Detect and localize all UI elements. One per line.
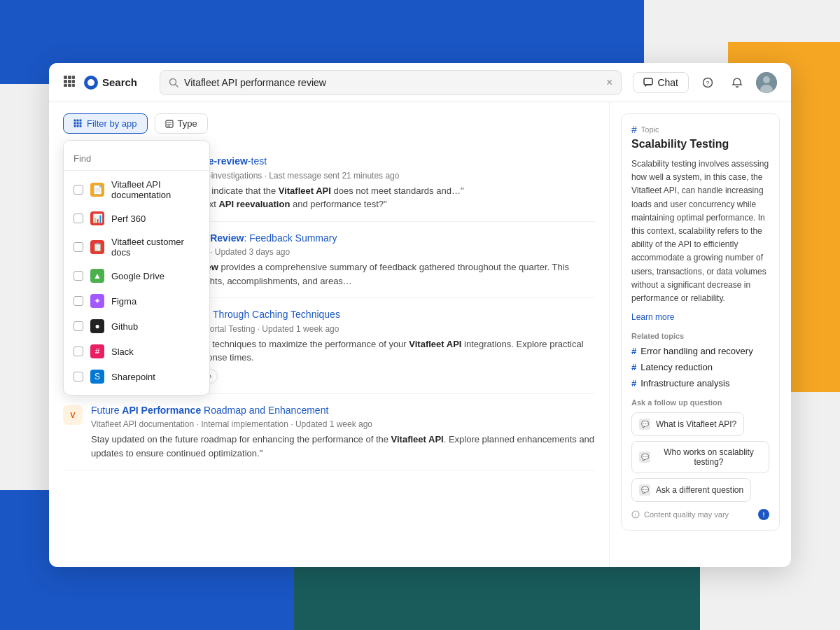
- search-label: Search: [102, 76, 137, 88]
- dropdown-item[interactable]: S Sharepoint: [64, 364, 209, 389]
- app-icon: ●: [90, 319, 104, 333]
- help-button[interactable]: ?: [697, 72, 718, 93]
- grid-icon[interactable]: [63, 75, 76, 90]
- svg-rect-7: [68, 84, 71, 87]
- result-future-api: V Future API Performance Roadmap and Enh…: [63, 394, 595, 471]
- dropdown-item[interactable]: # Slack: [64, 339, 209, 364]
- svg-line-11: [176, 84, 178, 87]
- filter-icon: [74, 119, 83, 128]
- dropdown-checkbox[interactable]: [74, 296, 83, 306]
- avatar[interactable]: [756, 72, 777, 93]
- header-logo: Search: [84, 76, 137, 90]
- svg-text:?: ?: [706, 80, 710, 87]
- follow-up-button[interactable]: 💬 Who works on scalablity testing?: [631, 441, 769, 473]
- svg-point-9: [88, 79, 94, 86]
- topic-hash: #: [631, 346, 636, 356]
- svg-rect-12: [644, 78, 652, 85]
- follow-up-label: Ask a follow up question: [631, 398, 769, 407]
- related-topics-label: Related topics: [631, 332, 769, 340]
- related-topic-label: Error handling and recovery: [640, 346, 752, 356]
- svg-text:i: i: [635, 512, 636, 517]
- result-link-future2[interactable]: Roadmap and Enhancement: [204, 405, 328, 416]
- dropdown-item[interactable]: 📊 Perf 360: [64, 206, 209, 231]
- search-bar[interactable]: ×: [160, 70, 622, 95]
- svg-rect-19: [77, 120, 79, 122]
- svg-rect-8: [72, 84, 75, 87]
- chat-label: Chat: [657, 77, 678, 88]
- left-panel: Filter by app Type: [49, 102, 609, 567]
- body: Filter by app Type: [49, 102, 791, 567]
- dropdown-item[interactable]: ✦ Figma: [64, 288, 209, 314]
- svg-rect-20: [80, 120, 82, 122]
- app-icon: S: [90, 370, 104, 384]
- result-meta-future: Vitafleet API documentation · Internal i…: [91, 419, 595, 429]
- related-topics: #Error handling and recovery#Latency red…: [631, 346, 769, 388]
- dropdown-item-label: Vitafleet customer docs: [111, 237, 200, 258]
- dropdown-checkbox[interactable]: [74, 271, 83, 281]
- clear-search-button[interactable]: ×: [606, 76, 612, 89]
- dropdown-checkbox[interactable]: [74, 346, 83, 356]
- dropdown-find-area[interactable]: [64, 146, 209, 171]
- follow-up-buttons: 💬 What is Vitafleet API? 💬 Who works on …: [631, 412, 769, 502]
- dropdown-checkbox[interactable]: [74, 242, 83, 252]
- follow-up-icon: 💬: [639, 484, 650, 496]
- app-icon: 📋: [90, 240, 104, 254]
- result-title-future: Future API Performance Roadmap and Enhan…: [91, 404, 595, 418]
- follow-up-label-text: Who works on scalablity testing?: [656, 447, 762, 467]
- content-quality-notice: i Content quality may vary: [631, 509, 769, 520]
- filter-dropdown: 📄 Vitafleet API documentation 📊 Perf 360…: [63, 140, 210, 396]
- follow-up-label-text: What is Vitafleet API?: [656, 419, 736, 429]
- follow-up-label-text: Ask a different question: [656, 485, 743, 495]
- svg-rect-2: [72, 76, 75, 79]
- dropdown-item-label: Perf 360: [111, 214, 146, 224]
- filter-by-app-label: Filter by app: [87, 118, 137, 129]
- dropdown-checkbox[interactable]: [74, 185, 83, 195]
- result-icon-future: V: [63, 405, 83, 425]
- dropdown-item[interactable]: ▲ Google Drive: [64, 263, 209, 288]
- svg-rect-1: [68, 76, 71, 79]
- app-icon: #: [90, 344, 104, 358]
- search-input[interactable]: [184, 77, 601, 88]
- dropdown-item[interactable]: 📋 Vitafleet customer docs: [64, 231, 209, 263]
- dropdown-item-label: Slack: [111, 346, 134, 357]
- notification-button[interactable]: [727, 72, 748, 93]
- learn-more-link[interactable]: Learn more: [631, 312, 769, 322]
- dropdown-search-input[interactable]: [74, 153, 200, 164]
- related-topic-item[interactable]: #Latency reduction: [631, 362, 769, 372]
- related-topic-label: Infrastructure analysis: [640, 378, 729, 388]
- dropdown-item[interactable]: 📄 Vitafleet API documentation: [64, 174, 209, 206]
- related-topic-label: Latency reduction: [640, 362, 713, 372]
- result-content-future: Future API Performance Roadmap and Enhan…: [91, 404, 595, 461]
- dropdown-checkbox[interactable]: [74, 321, 83, 331]
- related-topic-item[interactable]: #Infrastructure analysis: [631, 378, 769, 388]
- dropdown-checkbox[interactable]: [74, 214, 83, 223]
- dropdown-items: 📄 Vitafleet API documentation 📊 Perf 360…: [64, 174, 209, 389]
- type-icon: [165, 120, 174, 128]
- follow-up-icon: 💬: [639, 419, 650, 430]
- topic-card: # Topic Scalability Testing Scalability …: [621, 113, 780, 531]
- app-icon: 📊: [90, 211, 104, 225]
- topic-hash: #: [631, 362, 636, 372]
- follow-up-button[interactable]: 💬 Ask a different question: [631, 478, 751, 502]
- type-label: Type: [178, 118, 197, 129]
- logo-icon: [84, 76, 98, 90]
- chat-button[interactable]: Chat: [633, 72, 689, 93]
- dropdown-checkbox[interactable]: [74, 372, 83, 382]
- svg-rect-3: [64, 80, 67, 83]
- related-topic-item[interactable]: #Error handling and recovery: [631, 346, 769, 356]
- app-icon: 📄: [90, 183, 104, 197]
- info-icon: i: [631, 510, 640, 519]
- dropdown-item[interactable]: ● Github: [64, 314, 209, 339]
- header-right: Chat ?: [633, 72, 777, 93]
- topic-description: Scalability testing involves assessing h…: [631, 158, 769, 305]
- filter-by-app-button[interactable]: Filter by app: [63, 113, 148, 134]
- dropdown-item-label: Figma: [111, 296, 136, 307]
- follow-up-button[interactable]: 💬 What is Vitafleet API?: [631, 412, 744, 436]
- type-filter-button[interactable]: Type: [155, 113, 208, 134]
- svg-point-16: [763, 76, 770, 83]
- result-snippet-future: Stay updated on the future roadmap for e…: [91, 433, 595, 460]
- result-link-future1[interactable]: Future API Performance: [91, 405, 201, 416]
- svg-rect-5: [72, 80, 75, 83]
- result-link-sharepoint2[interactable]: Through Caching Techniques: [213, 309, 340, 320]
- svg-rect-24: [74, 125, 76, 127]
